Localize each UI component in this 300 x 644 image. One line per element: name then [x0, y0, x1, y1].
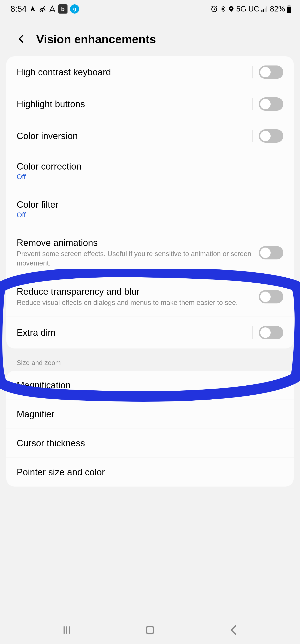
toggle-thumb [260, 131, 271, 141]
toggle-separator [252, 98, 253, 110]
row-body: Remove animationsPrevent some screen eff… [17, 238, 253, 268]
app-icon-b: b [58, 4, 67, 14]
svg-point-3 [230, 8, 232, 9]
row-body: Cursor thickness [17, 438, 283, 448]
row-subtitle: Prevent some screen effects. Useful if y… [17, 249, 253, 268]
toggle-switch[interactable] [259, 246, 283, 260]
settings-card-2: MagnificationMagnifierCursor thicknessPo… [6, 371, 294, 486]
alarm-icon [210, 5, 218, 13]
svg-point-0 [41, 10, 43, 12]
row-title: Reduce transparency and blur [17, 286, 253, 297]
toggle-thumb [260, 292, 271, 302]
svg-rect-10 [287, 7, 291, 13]
row-title: High contrast keyboard [17, 67, 246, 77]
row-body: Extra dim [17, 328, 246, 338]
nav-back[interactable] [227, 624, 240, 637]
toggle-thumb [260, 248, 271, 258]
hotspot-icon [39, 5, 46, 13]
row-body: Magnification [17, 380, 283, 390]
svg-rect-4 [262, 10, 263, 12]
location-icon [228, 6, 235, 12]
setting-row-high-contrast-keyboard[interactable]: High contrast keyboard [6, 56, 294, 88]
toggle-separator [252, 66, 253, 78]
toggle-wrap [246, 98, 283, 111]
setting-row-pointer-size-and-color[interactable]: Pointer size and color [6, 458, 294, 486]
toggle-wrap [253, 246, 283, 260]
setting-row-remove-animations[interactable]: Remove animationsPrevent some screen eff… [6, 228, 294, 277]
svg-rect-6 [265, 8, 266, 12]
row-title: Cursor thickness [17, 438, 283, 448]
row-body: Highlight buttons [17, 99, 246, 109]
row-title: Extra dim [17, 328, 246, 338]
toggle-switch[interactable] [259, 66, 283, 79]
status-left: 8:54 b g [10, 4, 79, 14]
row-title: Magnification [17, 380, 283, 390]
page-header: Vision enhancements [0, 16, 300, 56]
section-size-zoom: Size and zoom [0, 348, 300, 371]
nav-home[interactable] [144, 624, 156, 637]
toggle-switch[interactable] [259, 290, 283, 304]
row-title: Remove animations [17, 238, 253, 248]
nav-arrow-icon-2 [49, 6, 56, 12]
row-body: Color correctionOff [17, 161, 283, 181]
toggle-wrap [246, 66, 283, 79]
signal-icon [261, 5, 268, 13]
page-title: Vision enhancements [36, 32, 156, 46]
toggle-thumb [260, 67, 271, 77]
setting-row-color-filter[interactable]: Color filterOff [6, 190, 294, 228]
svg-rect-7 [266, 6, 267, 12]
row-status: Off [17, 173, 283, 181]
status-time: 8:54 [10, 4, 27, 14]
svg-rect-8 [288, 5, 290, 6]
battery-icon [287, 5, 292, 13]
setting-row-color-inversion[interactable]: Color inversion [6, 120, 294, 152]
nav-recents[interactable] [60, 624, 73, 637]
toggle-thumb [260, 99, 271, 109]
status-bar: 8:54 b g 5G UC 82% [0, 0, 300, 16]
toggle-separator [252, 130, 253, 142]
settings-card-1: High contrast keyboardHighlight buttonsC… [6, 56, 294, 348]
row-body: Color filterOff [17, 199, 283, 219]
nav-arrow-icon [29, 6, 36, 12]
row-subtitle: Reduce visual effects on dialogs and men… [17, 298, 253, 308]
row-body: Pointer size and color [17, 467, 283, 477]
row-body: Reduce transparency and blurReduce visua… [17, 286, 253, 308]
toggle-wrap [246, 129, 283, 143]
row-status: Off [17, 211, 283, 219]
setting-row-highlight-buttons[interactable]: Highlight buttons [6, 88, 294, 120]
status-right: 5G UC 82% [210, 4, 292, 13]
row-title: Color filter [17, 199, 283, 210]
setting-row-magnifier[interactable]: Magnifier [6, 400, 294, 429]
row-body: Magnifier [17, 409, 283, 420]
network-label: 5G UC [236, 4, 259, 13]
row-title: Magnifier [17, 409, 283, 420]
setting-row-magnification[interactable]: Magnification [6, 371, 294, 400]
svg-rect-14 [146, 626, 154, 634]
toggle-wrap [253, 290, 283, 304]
setting-row-extra-dim[interactable]: Extra dim [6, 317, 294, 348]
back-button[interactable] [17, 33, 26, 46]
bluetooth-icon [220, 6, 226, 12]
row-body: High contrast keyboard [17, 67, 246, 77]
row-title: Pointer size and color [17, 467, 283, 477]
setting-row-reduce-transparency-and-blur[interactable]: Reduce transparency and blurReduce visua… [6, 277, 294, 317]
app-icon-gabb: g [70, 4, 79, 14]
toggle-thumb [260, 328, 271, 338]
toggle-switch[interactable] [259, 98, 283, 111]
row-title: Color correction [17, 161, 283, 172]
toggle-separator [252, 326, 253, 339]
svg-rect-5 [263, 9, 264, 12]
battery-label: 82% [270, 4, 285, 13]
row-title: Highlight buttons [17, 99, 246, 109]
row-title: Color inversion [17, 131, 246, 141]
toggle-switch[interactable] [259, 326, 283, 339]
setting-row-color-correction[interactable]: Color correctionOff [6, 152, 294, 190]
setting-row-cursor-thickness[interactable]: Cursor thickness [6, 429, 294, 458]
toggle-switch[interactable] [259, 129, 283, 143]
toggle-wrap [246, 326, 283, 339]
row-body: Color inversion [17, 131, 246, 141]
navigation-bar [0, 617, 300, 644]
